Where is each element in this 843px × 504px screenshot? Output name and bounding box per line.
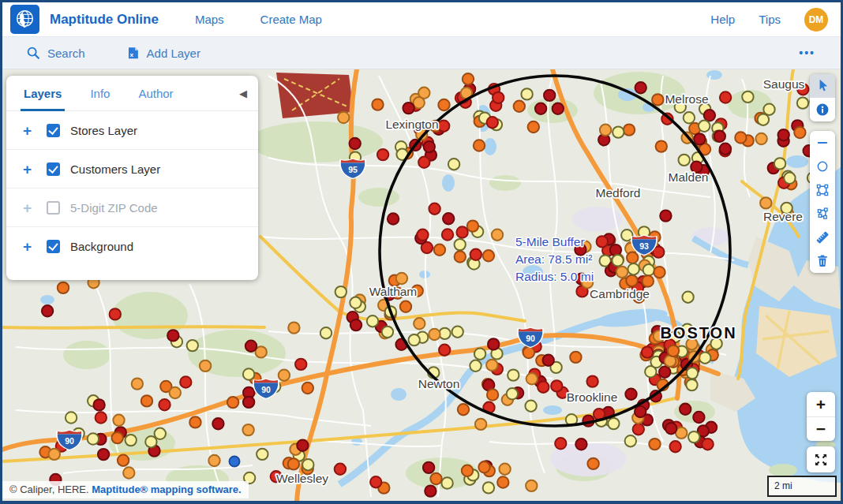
customer-dot[interactable] [145, 436, 156, 447]
customer-dot[interactable] [654, 267, 665, 278]
customer-dot[interactable] [456, 226, 467, 237]
customer-dot[interactable] [669, 441, 680, 452]
tab-layers[interactable]: Layers [24, 76, 62, 111]
customer-dot[interactable] [126, 435, 137, 446]
customer-dot[interactable] [335, 464, 346, 475]
customer-dot[interactable] [242, 424, 253, 435]
customer-dot[interactable] [483, 250, 494, 261]
customer-dot[interactable] [499, 464, 510, 475]
customer-dot[interactable] [434, 245, 445, 256]
customer-dot[interactable] [508, 369, 519, 380]
customer-dot[interactable] [288, 322, 299, 333]
customer-dot[interactable] [627, 252, 638, 263]
customer-dot[interactable] [377, 149, 388, 160]
customer-dot[interactable] [88, 433, 99, 444]
customer-dot[interactable] [635, 82, 646, 93]
customer-dot[interactable] [486, 360, 497, 371]
customer-dot[interactable] [452, 327, 463, 338]
customer-dot[interactable] [525, 401, 536, 412]
customer-dot[interactable] [720, 91, 731, 103]
customer-dot[interactable] [625, 435, 636, 446]
customer-dot[interactable] [441, 477, 452, 488]
customer-dot[interactable] [42, 305, 53, 316]
customer-dot[interactable] [438, 99, 449, 110]
info-tool-button[interactable] [810, 98, 835, 121]
customer-dot[interactable] [243, 397, 254, 408]
customer-dot[interactable] [720, 144, 731, 155]
customer-dot[interactable] [288, 458, 299, 469]
customer-dot[interactable] [488, 338, 499, 349]
overflow-menu-icon[interactable]: ••• [799, 47, 815, 59]
customer-dot[interactable] [418, 157, 429, 168]
customer-dot[interactable] [688, 431, 699, 442]
customer-dot[interactable] [370, 476, 381, 487]
customer-dot[interactable] [295, 359, 306, 370]
maptitude-logo-icon[interactable] [10, 5, 39, 34]
customer-dot[interactable] [555, 438, 566, 449]
customer-dot[interactable] [425, 485, 436, 496]
customer-dot[interactable] [659, 367, 670, 378]
customer-dot[interactable] [132, 378, 143, 389]
nav-item-create-map[interactable]: Create Map [260, 13, 322, 26]
ruler-tool-button[interactable] [810, 226, 835, 249]
customer-dot[interactable] [159, 399, 170, 410]
customer-dot[interactable] [320, 327, 332, 338]
customer-dot[interactable] [521, 88, 532, 99]
customer-dot[interactable] [682, 292, 693, 303]
customer-dot[interactable] [679, 155, 690, 166]
customer-dot[interactable] [388, 213, 399, 224]
customer-dot[interactable] [684, 112, 695, 123]
customer-dot[interactable] [760, 197, 771, 208]
customer-dot[interactable] [575, 439, 586, 450]
customer-dot[interactable] [597, 236, 608, 247]
customer-dot[interactable] [544, 90, 555, 101]
customer-dot[interactable] [403, 103, 414, 114]
customer-dot[interactable] [350, 319, 362, 330]
customer-dot[interactable] [763, 104, 774, 115]
customer-dot[interactable] [551, 380, 562, 391]
nav-item-help[interactable]: Help [710, 13, 735, 26]
customer-dot[interactable] [493, 92, 504, 103]
customer-dot[interactable] [587, 458, 598, 469]
customer-dot[interactable] [474, 349, 485, 360]
customer-dot[interactable] [735, 132, 746, 143]
customer-dot[interactable] [714, 131, 725, 142]
customer-dot[interactable] [535, 103, 546, 114]
customer-dot[interactable] [400, 301, 411, 312]
customer-dot[interactable] [439, 345, 450, 356]
customer-dot[interactable] [424, 141, 435, 152]
customer-dot[interactable] [543, 355, 554, 366]
customer-dot[interactable] [704, 110, 715, 121]
fullscreen-button[interactable] [807, 446, 835, 472]
customer-dot[interactable] [487, 389, 498, 400]
customer-dot[interactable] [507, 388, 518, 399]
customer-dot[interactable] [93, 399, 104, 410]
customer-dot[interactable] [414, 97, 425, 108]
customer-dot[interactable] [660, 210, 671, 221]
customer-dot[interactable] [96, 412, 107, 423]
customer-dot[interactable] [208, 455, 219, 466]
customer-dot[interactable] [643, 264, 654, 275]
customer-dot[interactable] [570, 352, 581, 363]
customer-dot[interactable] [523, 347, 534, 358]
customer-dot[interactable] [58, 282, 69, 293]
user-avatar[interactable]: DM [804, 8, 828, 32]
customer-dot[interactable] [475, 419, 486, 430]
customer-dot[interactable] [257, 449, 268, 460]
circle-tool-button[interactable] [810, 155, 835, 178]
customer-dot[interactable] [474, 140, 485, 151]
customer-dot[interactable] [200, 360, 211, 371]
rect-select-tool-button[interactable] [810, 178, 835, 202]
customer-dot[interactable] [423, 462, 434, 473]
customer-dot[interactable] [455, 251, 466, 262]
customer-dot[interactable] [335, 286, 347, 297]
customer-dot[interactable] [350, 138, 361, 149]
layer-checkbox-5-digit-zip-code[interactable] [47, 201, 60, 215]
customer-dot[interactable] [624, 124, 635, 135]
layer-checkbox-customers-layer[interactable] [47, 162, 60, 176]
customer-dot[interactable] [492, 230, 503, 241]
customer-dot[interactable] [797, 97, 808, 108]
customer-dot[interactable] [628, 263, 639, 274]
search-button[interactable]: Search [26, 46, 85, 60]
customer-dot[interactable] [442, 229, 453, 240]
